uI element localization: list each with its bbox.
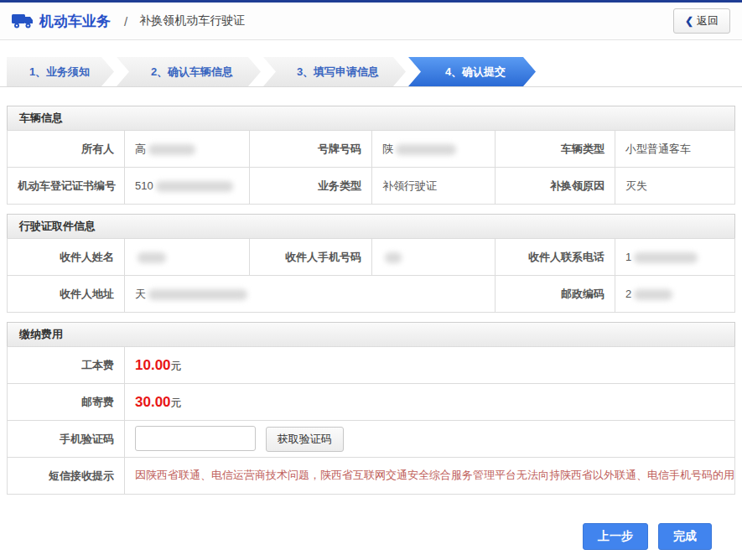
- redacted-value: [634, 289, 672, 300]
- tab-step-2-confirm-vehicle[interactable]: 2、确认车辆信息: [117, 57, 261, 86]
- section-delivery-info: 行驶证取件信息 收件人姓名 收件人手机号码 收件人联系电话 1 收件人地址 天 …: [7, 214, 735, 313]
- main-content: 车辆信息 所有人 高 号牌号码 陕 车辆类型 小型普通客车 机动车登记证书编号 …: [0, 87, 742, 550]
- registration-no-value: 510: [125, 168, 250, 205]
- recipient-name-label: 收件人姓名: [8, 239, 125, 276]
- plate-value: 陕: [372, 131, 496, 168]
- production-fee-value: 10.00元: [125, 347, 735, 384]
- table-row: 手机验证码 获取验证码: [8, 421, 735, 458]
- sms-notice-label: 短信接收提示: [8, 458, 125, 495]
- table-row: 工本费 10.00元: [8, 347, 735, 384]
- section-title-delivery-info: 行驶证取件信息: [7, 214, 735, 238]
- back-chevron-icon: ❮: [685, 15, 693, 27]
- production-fee-unit: 元: [171, 360, 182, 372]
- truck-icon: [12, 13, 34, 29]
- sms-code-label: 手机验证码: [8, 421, 125, 458]
- redacted-value: [138, 252, 166, 263]
- finish-button[interactable]: 完成: [658, 523, 712, 550]
- vehicle-type-label: 车辆类型: [496, 131, 615, 168]
- tab-step-4-confirm-submit[interactable]: 4、确认提交: [408, 57, 536, 86]
- postage-fee-value: 30.00元: [125, 384, 735, 421]
- postal-code-label: 邮政编码: [496, 276, 615, 313]
- redacted-value: [396, 144, 456, 155]
- table-row: 收件人地址 天 邮政编码 2: [8, 276, 735, 313]
- breadcrumb: 机动车业务 / 补换领机动车行驶证: [12, 12, 245, 31]
- vehicle-info-table: 所有人 高 号牌号码 陕 车辆类型 小型普通客车 机动车登记证书编号 510 业…: [7, 130, 735, 205]
- table-row: 机动车登记证书编号 510 业务类型 补领行驶证 补换领原因 灭失: [8, 168, 735, 205]
- table-row: 邮寄费 30.00元: [8, 384, 735, 421]
- section-title-vehicle-info: 车辆信息: [7, 106, 735, 130]
- redacted-value: [156, 181, 233, 192]
- postage-fee-amount: 30.00: [135, 394, 171, 410]
- tab-step-3-fill-application[interactable]: 3、填写申请信息: [263, 57, 406, 86]
- redacted-value: [148, 144, 195, 155]
- table-row: 所有人 高 号牌号码 陕 车辆类型 小型普通客车: [8, 131, 735, 168]
- table-row: 短信接收提示 因陕西省联通、电信运营商技术问题，陕西省互联网交通安全综合服务管理…: [8, 458, 735, 495]
- footer-actions: 上一步 完成: [7, 504, 735, 550]
- table-row: 收件人姓名 收件人手机号码 收件人联系电话 1: [8, 239, 735, 276]
- sms-code-cell: 获取验证码: [125, 421, 735, 458]
- registration-no-label: 机动车登记证书编号: [8, 168, 125, 205]
- step-tabs: 1、业务须知 2、确认车辆信息 3、填写申请信息 4、确认提交: [0, 40, 742, 87]
- sms-notice-cell: 因陕西省联通、电信运营商技术问题，陕西省互联网交通安全综合服务管理平台无法向持陕…: [125, 458, 735, 495]
- postal-code-value: 2: [615, 276, 735, 313]
- page-subtitle: 补换领机动车行驶证: [139, 13, 245, 29]
- recipient-mobile-label: 收件人手机号码: [250, 239, 372, 276]
- sms-notice-text: 因陕西省联通、电信运营商技术问题，陕西省互联网交通安全综合服务管理平台无法向持陕…: [135, 469, 735, 481]
- payment-table: 工本费 10.00元 邮寄费 30.00元 手机验证码 获取验证码 短信接收提: [7, 346, 735, 495]
- section-vehicle-info: 车辆信息 所有人 高 号牌号码 陕 车辆类型 小型普通客车 机动车登记证书编号 …: [7, 106, 735, 205]
- recipient-address-label: 收件人地址: [8, 276, 125, 313]
- tab-step-1-business-notes[interactable]: 1、业务须知: [7, 57, 114, 86]
- production-fee-amount: 10.00: [135, 357, 171, 373]
- sms-code-input[interactable]: [135, 426, 256, 451]
- reason-value: 灭失: [615, 168, 735, 205]
- production-fee-label: 工本费: [8, 347, 125, 384]
- reason-label: 补换领原因: [496, 168, 615, 205]
- section-title-payment: 缴纳费用: [7, 322, 735, 346]
- owner-label: 所有人: [8, 131, 125, 168]
- recipient-phone-label: 收件人联系电话: [496, 239, 615, 276]
- page-header: 机动车业务 / 补换领机动车行驶证 ❮ 返回: [0, 3, 742, 40]
- redacted-value: [148, 289, 247, 300]
- back-button[interactable]: ❮ 返回: [673, 8, 730, 34]
- vehicle-type-value: 小型普通客车: [615, 131, 735, 168]
- plate-label: 号牌号码: [250, 131, 372, 168]
- section-payment: 缴纳费用 工本费 10.00元 邮寄费 30.00元 手机验证码: [7, 322, 735, 495]
- recipient-address-value: 天: [125, 276, 496, 313]
- recipient-name-value: [125, 239, 250, 276]
- redacted-value: [634, 252, 698, 263]
- back-button-label: 返回: [697, 13, 719, 29]
- recipient-phone-value: 1: [615, 239, 735, 276]
- delivery-info-table: 收件人姓名 收件人手机号码 收件人联系电话 1 收件人地址 天 邮政编码 2: [7, 238, 735, 313]
- redacted-value: [385, 252, 402, 263]
- breadcrumb-divider: /: [124, 14, 127, 29]
- recipient-mobile-value: [372, 239, 496, 276]
- get-sms-code-button[interactable]: 获取验证码: [266, 427, 344, 452]
- postage-fee-label: 邮寄费: [8, 384, 125, 421]
- previous-step-button[interactable]: 上一步: [583, 523, 648, 550]
- page-title: 机动车业务: [39, 12, 111, 31]
- owner-value: 高: [125, 131, 250, 168]
- business-type-label: 业务类型: [250, 168, 372, 205]
- business-type-value: 补领行驶证: [372, 168, 496, 205]
- postage-fee-unit: 元: [171, 397, 182, 409]
